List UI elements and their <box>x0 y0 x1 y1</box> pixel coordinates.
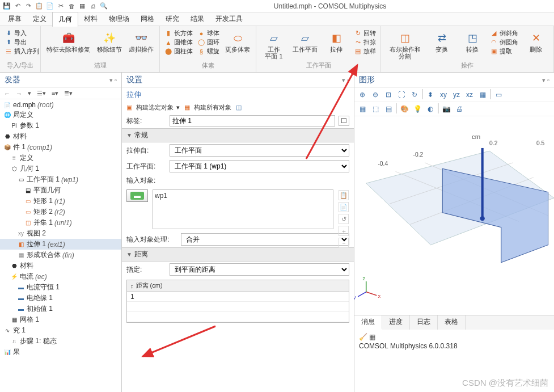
tree-item[interactable]: 🌐局定义 <box>0 109 121 120</box>
distance-cell-empty[interactable] <box>127 312 349 322</box>
section-general[interactable]: ▼常规 <box>122 128 354 142</box>
tab-study[interactable]: 研究 <box>160 12 185 26</box>
save-icon[interactable]: 💾 <box>2 2 11 11</box>
zoom-out-icon[interactable]: ⊖ <box>370 89 381 100</box>
paste-icon[interactable]: 📄 <box>45 2 54 11</box>
extract-button[interactable]: ▣提取 <box>489 47 519 56</box>
fillet-button[interactable]: ◠倒圆角 <box>489 38 519 47</box>
workplane1-button[interactable]: ▱工作 平面 1 <box>260 29 288 61</box>
select-icon[interactable]: ▦ <box>78 2 87 11</box>
copy-icon[interactable]: 📋 <box>35 2 44 11</box>
panel-menu-icon[interactable]: ▾ ▫ <box>542 77 549 84</box>
tree-item[interactable]: ∿究 1 <box>0 325 121 336</box>
virtual-ops-button[interactable]: 👓虚拟操作 <box>126 29 156 54</box>
panel-menu-icon[interactable]: ▾ ▫ <box>342 77 349 84</box>
render-icon[interactable]: 🎨 <box>399 103 410 115</box>
nav-back-icon[interactable]: ← <box>2 90 12 98</box>
revolve-button[interactable]: ↻回转 <box>353 29 377 37</box>
extrude-from-select[interactable]: 工作平面 <box>170 144 349 157</box>
redo-icon[interactable]: ↷ <box>24 2 33 11</box>
tab-mesh[interactable]: 网格 <box>135 12 160 26</box>
handle-select[interactable]: 合并 <box>181 233 349 246</box>
more-primitives-button[interactable]: ⬭更多体素 <box>223 29 252 54</box>
add-icon[interactable]: ＋ <box>339 226 349 236</box>
filter-icon[interactable]: ≣▾ <box>62 89 74 98</box>
delete-geom-button[interactable]: ✕删除 <box>522 29 550 54</box>
cylinder-button[interactable]: ⬤圆柱体 <box>163 47 194 56</box>
list-item[interactable]: wp1 <box>155 192 331 200</box>
screenshot-icon[interactable]: ⎙ <box>88 2 98 11</box>
sweep-button[interactable]: ⤳扫掠 <box>353 38 377 47</box>
boolean-button[interactable]: ◫布尔操作和分割 <box>384 29 425 61</box>
cut-icon[interactable]: ✂ <box>56 2 65 11</box>
copy-icon[interactable]: 📋 <box>339 190 349 200</box>
build-all-button[interactable]: ▦ 构建所有对象 <box>184 103 231 112</box>
paste-icon[interactable]: 📄 <box>339 202 349 212</box>
specify-select[interactable]: 到平面的距离 <box>170 263 349 276</box>
tree-item[interactable]: 📦件 1 (comp1) <box>0 142 121 153</box>
tree-item[interactable]: ▬初始值 1 <box>0 304 121 314</box>
tree-item[interactable]: ▬电流守恒 1 <box>0 282 121 293</box>
tree-item[interactable]: ▭工作平面 1 (wp1) <box>0 174 121 185</box>
tab-materials[interactable]: 材料 <box>78 12 103 26</box>
active-toggle-button[interactable]: ▬ <box>126 189 148 202</box>
box-button[interactable]: ▮长方体 <box>163 29 194 37</box>
convert-button[interactable]: ◳转换 <box>458 29 487 54</box>
tab-results[interactable]: 结果 <box>185 12 210 26</box>
tree-item[interactable]: ▬电绝缘 1 <box>0 293 121 304</box>
chamfer-button[interactable]: ◢倒斜角 <box>489 29 519 37</box>
undo-icon[interactable]: ↶ <box>13 2 22 11</box>
clear-icon[interactable]: ↺ <box>339 214 349 224</box>
box-select-icon[interactable]: ⬚ <box>370 103 381 115</box>
clear-msg-icon[interactable]: 🧹 <box>359 333 367 341</box>
tree-item[interactable]: 📊果 <box>0 347 121 357</box>
select-mode-icon[interactable]: ▭ <box>493 89 504 100</box>
zoom-extents-icon[interactable]: ⛶ <box>396 89 407 100</box>
delete-icon[interactable]: 🗑 <box>67 2 76 11</box>
zoom-in-icon[interactable]: ⊕ <box>357 89 368 100</box>
tab-log[interactable]: 日志 <box>410 315 438 330</box>
sphere-button[interactable]: ●球体 <box>196 29 221 37</box>
build-selected-button[interactable]: ▣ 构建选定对象 ▾ <box>126 103 180 112</box>
tree-item[interactable]: ▦网格 1 <box>0 314 121 325</box>
find-icon[interactable]: 🔍 <box>99 2 108 11</box>
tree-item[interactable]: ⬡几何 1 <box>0 163 121 174</box>
collapse-icon[interactable]: ☰▾ <box>35 89 48 98</box>
tree-item[interactable]: xy视图 2 <box>0 228 121 239</box>
tree-item[interactable]: ▭矩形 2 (r2) <box>0 206 121 217</box>
tab-messages[interactable]: 消息 <box>354 315 382 330</box>
rotate-icon[interactable]: ↻ <box>409 89 420 100</box>
show-icon[interactable]: ≡▾ <box>50 89 60 98</box>
tab-geometry[interactable]: 几何 <box>52 12 78 27</box>
export-button[interactable]: ⬆导出 <box>3 38 40 47</box>
tree-item[interactable]: ◧拉伸 1 (ext1) <box>0 239 121 250</box>
tree-item[interactable]: 📄ed.mph (root) <box>0 100 121 109</box>
loft-button[interactable]: ▤放样 <box>353 47 377 56</box>
torus-button[interactable]: ◯圆环 <box>196 38 221 47</box>
distance-cell-empty[interactable] <box>127 302 349 312</box>
xz-icon[interactable]: xz <box>464 89 475 100</box>
helix-button[interactable]: §螺旋 <box>196 47 221 56</box>
tree-item[interactable]: ▦形成联合体 (fin) <box>0 250 121 260</box>
tab-table[interactable]: 表格 <box>438 315 466 330</box>
insert-seq-button[interactable]: ☰插入序列 <box>3 47 40 56</box>
geom-icon[interactable]: ◫ <box>236 104 242 111</box>
defeature-button[interactable]: 🧰特征去除和修复 <box>44 29 92 54</box>
tree-item[interactable]: ⬣材料 <box>0 260 121 271</box>
tab-devtools[interactable]: 开发工具 <box>210 12 248 26</box>
zoom-box-icon[interactable]: ⊡ <box>383 89 394 100</box>
tree-item[interactable]: ◫并集 1 (uni1) <box>0 217 121 228</box>
tag-help-icon[interactable]: ☐ <box>339 116 349 126</box>
workplane-button[interactable]: ▱工作平面 <box>290 29 320 54</box>
camera-icon[interactable]: 📷 <box>441 103 452 115</box>
import-button[interactable]: ⬇导入 <box>3 29 40 37</box>
nav-fwd-icon[interactable]: → <box>14 90 24 98</box>
tree-item[interactable]: ⎍步骤 1: 稳态 <box>0 336 121 347</box>
extrude-button[interactable]: ◧拉伸 <box>322 29 350 54</box>
distance-cell[interactable]: 1 <box>127 292 349 302</box>
yz-icon[interactable]: yz <box>451 89 462 100</box>
panel-menu-icon[interactable]: ▾ ▫ <box>109 77 117 84</box>
tag-input[interactable] <box>170 115 335 127</box>
remove-icon[interactable]: － <box>339 238 349 248</box>
xy-view-icon[interactable]: ⬍ <box>425 89 436 100</box>
